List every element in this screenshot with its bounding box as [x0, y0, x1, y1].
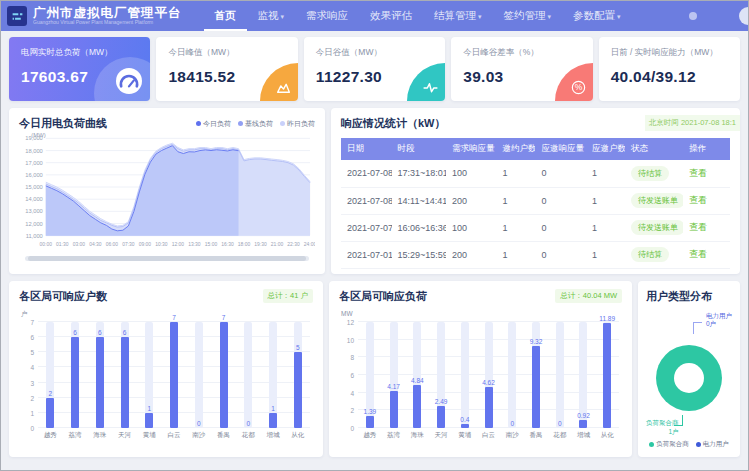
bar-value-label: 1: [147, 405, 151, 412]
table-cell: 15:29~15:59: [392, 241, 446, 268]
load-total-badge: 总计：40.04 MW: [555, 289, 622, 303]
user-avatar[interactable]: [739, 7, 749, 25]
kpi-card-0: 电网实时总负荷（MW）17603.67: [9, 37, 150, 101]
status-badge: 待结算: [631, 166, 669, 181]
y-tick-label: 12: [339, 319, 354, 326]
svg-text:01:30: 01:30: [56, 242, 69, 247]
bar: [220, 322, 228, 428]
svg-text:21:00: 21:00: [271, 242, 284, 247]
col-header-7: 操作: [683, 138, 730, 160]
kpi-card-3: 今日峰谷差率（%）39.03%: [451, 37, 592, 101]
y-tick-label: 7: [19, 319, 34, 326]
kpi-card-1: 今日峰值（MW）18415.52: [156, 37, 297, 101]
nav-item-4[interactable]: 结算管理▾: [423, 1, 493, 31]
svg-text:18:00: 18:00: [238, 242, 251, 247]
bar-value-label: 4.17: [387, 383, 400, 390]
x-category-label: 天河: [435, 431, 448, 440]
user-type-legend: 负荷聚合商电力用户: [646, 440, 732, 449]
status-badge: 待发送账单: [631, 220, 683, 235]
bar-column-从化: 11.89从化: [595, 322, 619, 428]
bar-column-白云: 7白云: [162, 322, 187, 428]
kpi-card-4: 日前 / 实时响应能力（MW）40.04/39.12: [599, 37, 740, 101]
nav-item-3[interactable]: 效果评估: [359, 1, 423, 31]
bar-column-花都: 0花都: [548, 322, 572, 428]
kpi-label: 今日峰值（MW）: [168, 47, 285, 59]
table-row: 2021-07-0716:06~16:36100101待发送账单查看: [341, 214, 730, 241]
svg-text:%: %: [574, 82, 582, 92]
svg-text:00:00: 00:00: [40, 242, 53, 247]
user-type-legend-item-1[interactable]: 电力用户: [696, 440, 729, 449]
table-cell: 2021-07-01: [341, 241, 392, 268]
notification-icon[interactable]: [689, 12, 697, 20]
kpi-value: 40.04/39.12: [611, 68, 728, 86]
nav-item-2[interactable]: 需求响应: [295, 1, 359, 31]
legend-item-1[interactable]: 基线负荷: [238, 119, 273, 129]
pulse-icon: [422, 79, 439, 96]
bar: [145, 413, 153, 428]
bar-column-荔湾: 4.17荔湾: [382, 322, 406, 428]
brand-block: 广州市虚拟电厂管理平台 Guangzhou Virtual Power Plan…: [33, 7, 182, 25]
legend-item-0[interactable]: 今日负荷: [196, 119, 231, 129]
col-header-0: 日期: [341, 138, 392, 160]
nav-right: [689, 1, 748, 31]
beijing-time-badge: 北京时间 2021-07-08 18:1: [645, 115, 740, 131]
chart-zoom-slider[interactable]: [25, 256, 309, 261]
svg-text:19,000: 19,000: [25, 135, 43, 141]
area-chart-icon: [275, 79, 292, 96]
kpi-label: 今日谷值（MW）: [316, 47, 433, 59]
view-link[interactable]: 查看: [689, 249, 707, 259]
households-bar-panel: 各区局可响应户数 总计：41 户 户012345672越秀6荔湾6海珠6天河1黄…: [9, 281, 323, 457]
bar-column-海珠: 6海珠: [87, 322, 112, 428]
main-content: 电网实时总负荷（MW）17603.67今日峰值（MW）18415.52今日谷值（…: [1, 31, 748, 457]
legend-label: 昨日负荷: [287, 119, 315, 129]
bar: [46, 398, 54, 428]
bar-column-黄埔: 0.4黄埔: [453, 322, 477, 428]
bar-value-label: 9.32: [530, 338, 543, 345]
nav-item-6[interactable]: 参数配置▾: [562, 1, 632, 31]
bar: [603, 323, 611, 428]
y-tick-label: 4: [339, 390, 354, 397]
svg-text:09:00: 09:00: [139, 242, 152, 247]
table-cell: 1: [497, 187, 536, 214]
view-link[interactable]: 查看: [689, 222, 707, 232]
view-link[interactable]: 查看: [689, 168, 707, 178]
table-row: 2021-07-0814:11~14:41200101待发送账单查看: [341, 187, 730, 214]
top-navbar: 广州市虚拟电厂管理平台 Guangzhou Virtual Power Plan…: [1, 1, 748, 31]
table-cell: 100: [446, 160, 497, 187]
nav-item-5[interactable]: 签约管理▾: [493, 1, 563, 31]
col-header-1: 时段: [392, 138, 446, 160]
callout-agg-connector: [674, 415, 683, 426]
view-link[interactable]: 查看: [689, 195, 707, 205]
x-category-label: 天河: [118, 431, 131, 440]
callout-power-connector: [693, 322, 702, 334]
callout-agg-count: 1户: [646, 428, 679, 436]
bar: [579, 420, 587, 428]
legend-label: 今日负荷: [203, 119, 231, 129]
nav-item-0[interactable]: 首页: [204, 1, 247, 31]
bar-value-label: 0: [510, 420, 514, 427]
svg-text:24:00: 24:00: [304, 242, 315, 247]
svg-text:07:30: 07:30: [122, 242, 135, 247]
y-tick-label: 8: [339, 354, 354, 361]
chart-zoom-handle[interactable]: [28, 256, 306, 261]
y-tick-label: 3: [19, 380, 34, 387]
bar-track: [556, 322, 564, 428]
bottom-row: 各区局可响应户数 总计：41 户 户012345672越秀6荔湾6海珠6天河1黄…: [9, 281, 740, 457]
svg-text:16:30: 16:30: [221, 242, 234, 247]
x-category-label: 越秀: [363, 431, 376, 440]
kpi-card-2: 今日谷值（MW）11227.30: [304, 37, 445, 101]
svg-text:19:30: 19:30: [254, 242, 267, 247]
legend-item-2[interactable]: 昨日负荷: [280, 119, 315, 129]
y-tick-label: 4: [19, 364, 34, 371]
bar-value-label: 0.92: [577, 412, 590, 419]
x-category-label: 番禺: [217, 431, 230, 440]
x-category-label: 白云: [482, 431, 495, 440]
bar: [485, 387, 493, 428]
user-type-legend-item-0[interactable]: 负荷聚合商: [649, 440, 689, 449]
bar-column-天河: 6天河: [112, 322, 137, 428]
bars-area: 2越秀6荔湾6海珠6天河1黄埔7白云0南沙7番禺0花都1增城5从化: [38, 322, 310, 428]
svg-text:03:00: 03:00: [73, 242, 86, 247]
nav-item-1[interactable]: 监视▾: [247, 1, 296, 31]
table-cell: 100: [446, 214, 497, 241]
legend-label: 基线负荷: [245, 119, 273, 129]
